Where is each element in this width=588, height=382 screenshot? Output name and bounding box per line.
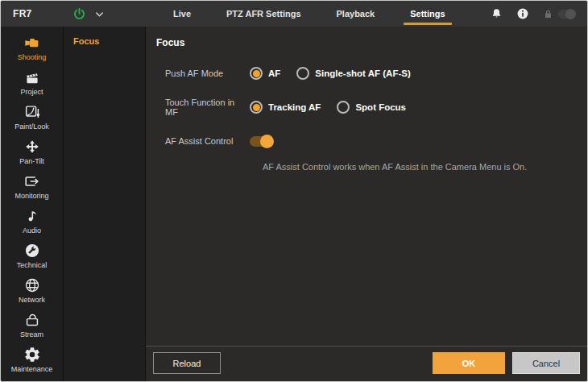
sidebar-item-paint-look[interactable]: Paint/Look [1, 102, 63, 132]
action-bar-right: OK Cancel [433, 352, 580, 374]
radio-option-single-shot-af[interactable]: Single-shot AF (AF-S) [296, 67, 410, 80]
device-name: FR7 [1, 1, 72, 27]
topbar-icons [490, 1, 587, 27]
touch-function-options: Tracking AF Spot Focus [250, 101, 406, 114]
setting-label: AF Assist Control [165, 136, 250, 146]
settings-submenu: Focus [64, 27, 146, 381]
radio-unselected-icon [296, 67, 309, 80]
paint-look-icon [23, 103, 41, 121]
sidebar-item-audio[interactable]: Audio [1, 206, 63, 236]
radio-selected-icon [250, 101, 263, 114]
sidebar-item-pan-tilt[interactable]: Pan-Tilt [1, 136, 63, 167]
tab-settings[interactable]: Settings [392, 1, 462, 27]
music-note-icon [24, 207, 40, 225]
setting-row-push-af-mode: Push AF Mode AF Single-shot AF (AF-S) [165, 66, 587, 81]
info-icon [516, 6, 530, 21]
sidebar-item-label: Shooting [18, 53, 47, 61]
lock-icon [542, 8, 554, 20]
action-bar: Reload OK Cancel [146, 346, 587, 381]
setting-label: Push AF Mode [165, 69, 250, 78]
cancel-button[interactable]: Cancel [512, 352, 580, 374]
af-assist-control [250, 136, 272, 147]
sidebar-item-network[interactable]: Network [1, 275, 63, 305]
stream-icon [23, 311, 41, 329]
pan-tilt-icon [23, 138, 41, 156]
radio-option-af[interactable]: AF [250, 67, 280, 80]
sidebar-item-stream[interactable]: Stream [1, 309, 63, 340]
reload-button[interactable]: Reload [153, 352, 221, 374]
bell-icon [490, 7, 503, 21]
setting-row-af-assist-control: AF Assist Control [165, 134, 587, 148]
panel-title: Focus [146, 27, 587, 48]
power-group [72, 1, 106, 27]
setting-label: Touch Function in MF [165, 98, 250, 117]
sidebar-item-project[interactable]: Project [1, 67, 63, 98]
info-button[interactable] [516, 6, 530, 21]
toggle-knob [260, 135, 274, 148]
radio-option-label: Single-shot AF (AF-S) [315, 69, 410, 78]
sidebar-item-label: Paint/Look [14, 122, 49, 131]
lock-toggle-knob [565, 9, 576, 19]
sidebar-item-maintenance[interactable]: Maintenance [1, 344, 63, 375]
wrench-icon [23, 242, 41, 260]
sidebar-item-shooting[interactable]: Shooting [1, 32, 63, 63]
sidebar-item-label: Network [19, 296, 45, 304]
monitoring-icon [23, 172, 41, 190]
screen-lock-control [542, 8, 576, 20]
ok-button[interactable]: OK [433, 352, 505, 374]
power-menu-button[interactable] [93, 8, 106, 20]
tab-live[interactable]: Live [155, 1, 209, 27]
sidebar-item-label: Audio [23, 226, 41, 235]
push-af-mode-options: AF Single-shot AF (AF-S) [250, 67, 411, 80]
clapperboard-icon [23, 69, 41, 86]
radio-option-label: Spot Focus [355, 102, 406, 112]
radio-option-label: Tracking AF [268, 102, 321, 112]
sidebar-item-label: Maintenance [11, 365, 53, 373]
af-assist-toggle[interactable] [250, 136, 272, 147]
setting-row-touch-function-in-mf: Touch Function in MF Tracking AF Spot Fo… [165, 98, 587, 117]
camcorder-icon [23, 34, 42, 52]
af-assist-note: AF Assist Control works when AF Assist i… [263, 162, 527, 172]
top-bar: FR7 Live PTZ AFR Settings Playbac [1, 1, 587, 27]
power-icon [72, 6, 87, 22]
main-tabs: Live PTZ AFR Settings Playback Settings [155, 1, 463, 27]
globe-icon [23, 276, 41, 294]
focus-settings-panel: Focus Push AF Mode AF Single-shot AF (AF… [146, 27, 587, 381]
tab-playback[interactable]: Playback [319, 1, 393, 27]
settings-sidebar: Shooting Project [1, 27, 64, 381]
tab-ptz-afr-settings[interactable]: PTZ AFR Settings [209, 1, 318, 27]
notifications-button[interactable] [490, 7, 503, 21]
radio-option-tracking-af[interactable]: Tracking AF [250, 101, 321, 114]
radio-option-label: AF [268, 69, 280, 78]
sidebar-item-label: Monitoring [14, 192, 48, 200]
sidebar-item-label: Technical [17, 261, 48, 269]
radio-unselected-icon [337, 101, 350, 114]
radio-option-spot-focus[interactable]: Spot Focus [337, 101, 406, 114]
af-assist-note-row: AF Assist Control works when AF Assist i… [263, 159, 587, 173]
submenu-item-focus[interactable]: Focus [64, 27, 145, 56]
chevron-down-icon [93, 8, 106, 20]
settings-rows: Push AF Mode AF Single-shot AF (AF-S) T [146, 48, 587, 173]
sidebar-item-technical[interactable]: Technical [1, 240, 63, 271]
gear-icon [23, 346, 41, 363]
sidebar-item-label: Project [20, 88, 43, 96]
app-window: FR7 Live PTZ AFR Settings Playbac [0, 0, 588, 382]
sidebar-item-label: Stream [20, 330, 43, 338]
content-area: Shooting Project [1, 27, 587, 381]
radio-selected-icon [250, 67, 263, 80]
power-button[interactable] [72, 6, 87, 22]
sidebar-item-label: Pan-Tilt [19, 157, 44, 165]
lock-toggle[interactable] [558, 10, 576, 19]
sidebar-item-monitoring[interactable]: Monitoring [1, 171, 63, 201]
